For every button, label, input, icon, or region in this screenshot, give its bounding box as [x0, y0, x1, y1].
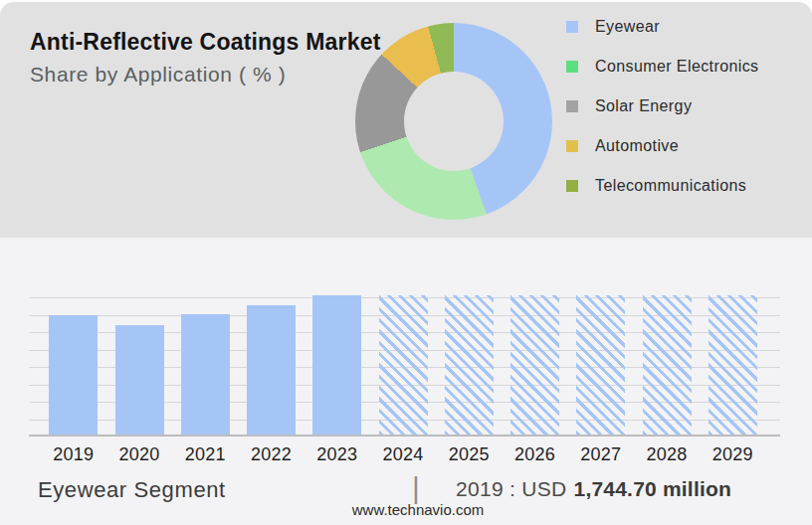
bar-plot — [29, 297, 780, 437]
legend-label: Consumer Electronics — [595, 58, 759, 76]
legend-label: Automotive — [595, 137, 679, 155]
year-label: 2024 — [382, 444, 423, 465]
bar-2024 — [379, 295, 428, 435]
donut-chart — [355, 23, 552, 220]
year-label: 2020 — [118, 444, 159, 465]
bar-2028 — [643, 295, 692, 435]
legend-label: Solar Energy — [595, 97, 692, 115]
infographic: Anti-Reflective Coatings Market Share by… — [0, 0, 812, 525]
x-axis-labels: 2019202020212022202320242025202620272028… — [29, 444, 780, 468]
value-prefix: 2019 : USD — [456, 477, 567, 500]
bar-2026 — [510, 295, 559, 435]
bottom-panel: 2019202020212022202320242025202620272028… — [0, 238, 812, 525]
legend-item: Telecommunications — [566, 166, 759, 206]
legend-swatch-icon — [566, 180, 578, 192]
chart-title: Anti-Reflective Coatings Market — [30, 29, 381, 56]
year-label: 2026 — [514, 444, 555, 465]
legend-swatch-icon — [566, 140, 578, 152]
legend-swatch-icon — [566, 21, 578, 33]
chart-subtitle: Share by Application ( % ) — [30, 63, 286, 87]
top-panel: Anti-Reflective Coatings Market Share by… — [0, 2, 812, 238]
bar-2022 — [247, 305, 296, 435]
bar-2029 — [709, 295, 757, 435]
legend-item: Solar Energy — [566, 87, 759, 126]
year-label: 2022 — [251, 444, 292, 465]
year-label: 2029 — [712, 444, 753, 465]
segment-label: Eyewear Segment — [38, 477, 226, 503]
value-bold: 1,744.70 million — [574, 477, 731, 500]
year-label: 2019 — [53, 444, 94, 465]
legend-item: Consumer Electronics — [566, 47, 759, 87]
pie-legend: EyewearConsumer ElectronicsSolar EnergyA… — [566, 7, 759, 206]
bar-2027 — [576, 295, 625, 435]
year-label: 2023 — [316, 444, 357, 465]
value-text: 2019 : USD1,744.70 million — [456, 477, 731, 501]
bar-2020 — [115, 325, 164, 435]
legend-swatch-icon — [566, 100, 578, 112]
legend-item: Automotive — [566, 126, 759, 166]
footer-divider: | — [412, 471, 420, 505]
year-label: 2021 — [185, 444, 226, 465]
legend-label: Telecommunications — [595, 177, 746, 195]
bar-2021 — [181, 314, 230, 435]
bar-2023 — [312, 295, 361, 435]
legend-swatch-icon — [566, 61, 578, 73]
website-text: www.technavio.com — [352, 501, 485, 518]
legend-label: Eyewear — [595, 18, 660, 36]
bar-2025 — [445, 295, 494, 435]
year-label: 2028 — [646, 444, 687, 465]
year-label: 2025 — [449, 444, 490, 465]
bar-2019 — [49, 315, 98, 435]
legend-item: Eyewear — [566, 7, 759, 47]
year-label: 2027 — [580, 444, 621, 465]
donut-hole — [404, 72, 504, 171]
